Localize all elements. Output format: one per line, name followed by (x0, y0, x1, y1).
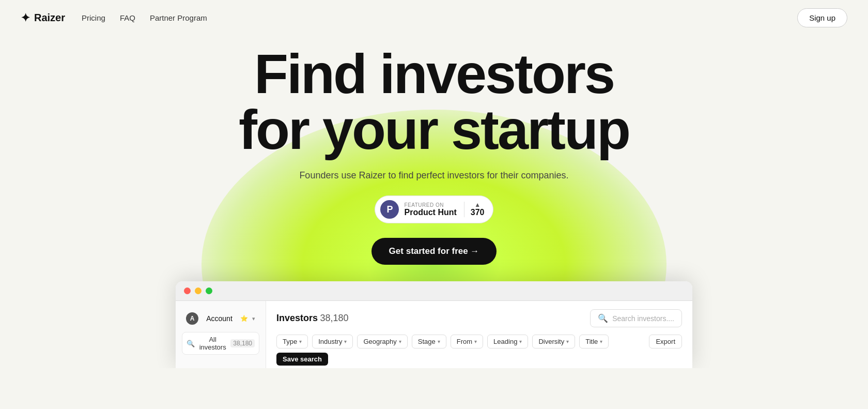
save-search-button[interactable]: Save search (276, 353, 328, 366)
hero-title-line1: Find investors (254, 42, 614, 105)
investor-count-badge: 38,180 (230, 339, 255, 347)
hero-section: Find investors for your startup Founders… (0, 36, 868, 368)
cta-button[interactable]: Get started for free → (371, 238, 497, 265)
nav-link-pricing[interactable]: Pricing (82, 13, 105, 22)
window-title-bar (176, 281, 692, 301)
product-hunt-text-group: FEATURED ON Product Hunt (404, 202, 456, 217)
filter-diversity[interactable]: Diversity ▾ (532, 335, 575, 349)
sidebar-item-all-investors[interactable]: 🔍 All investors 38,180 (182, 332, 259, 355)
chevron-down-icon: ▾ (519, 339, 522, 344)
app-preview-window: A Account ⭐ ▾ 🔍 All investors 38,180 Inv… (176, 281, 692, 368)
filter-geography[interactable]: Geography ▾ (357, 335, 407, 349)
search-investors-input: Search investors.... (612, 314, 674, 323)
avatar: A (186, 312, 198, 325)
app-main-content: Investors 38,180 🔍 Search investors.... … (266, 301, 692, 368)
investors-count: 38,180 (320, 313, 349, 323)
product-hunt-icon: P (380, 200, 399, 219)
chevron-down-icon: ▾ (344, 339, 347, 344)
search-investors-box[interactable]: 🔍 Search investors.... (590, 309, 682, 327)
search-icon: 🔍 (598, 313, 608, 323)
filter-stage[interactable]: Stage ▾ (412, 335, 446, 349)
account-label: Account (203, 314, 236, 323)
account-star-icon: ⭐ (240, 315, 248, 322)
investors-title: Investors (276, 313, 318, 323)
logo-text: Raizer (34, 12, 65, 24)
traffic-light-red (184, 287, 191, 294)
product-hunt-name: Product Hunt (404, 208, 456, 217)
app-content: A Account ⭐ ▾ 🔍 All investors 38,180 Inv… (176, 301, 692, 368)
nav-links: Pricing FAQ Partner Program (82, 13, 797, 22)
product-hunt-featured-label: FEATURED ON (404, 202, 443, 208)
chevron-down-icon: ▾ (438, 339, 440, 344)
filter-type[interactable]: Type ▾ (276, 335, 308, 349)
all-investors-label: All investors (199, 336, 226, 351)
upvote-triangle-icon: ▲ (474, 202, 481, 208)
filter-from[interactable]: From ▾ (451, 335, 483, 349)
navbar: ✦ Raizer Pricing FAQ Partner Program Sig… (0, 0, 868, 36)
traffic-light-yellow (195, 287, 202, 294)
filter-title[interactable]: Title ▾ (579, 335, 609, 349)
chevron-down-icon: ▾ (474, 339, 477, 344)
upvote-count: 370 (471, 208, 485, 217)
chevron-down-icon: ▾ (399, 339, 401, 344)
filter-bar: Type ▾ Industry ▾ Geography ▾ Stage ▾ (276, 335, 682, 366)
account-chevron-icon: ▾ (252, 315, 255, 322)
export-button[interactable]: Export (649, 335, 682, 349)
investors-title-group: Investors 38,180 (276, 313, 349, 324)
nav-link-partner-program[interactable]: Partner Program (150, 13, 207, 22)
logo[interactable]: ✦ Raizer (21, 11, 65, 25)
filter-industry[interactable]: Industry ▾ (312, 335, 353, 349)
product-hunt-badge[interactable]: P FEATURED ON Product Hunt ▲ 370 (375, 195, 493, 223)
filter-leading[interactable]: Leading ▾ (487, 335, 528, 349)
product-hunt-upvote: ▲ 370 (464, 202, 485, 217)
hero-title: Find investors for your startup (21, 46, 847, 158)
chevron-down-icon: ▾ (600, 339, 602, 344)
chevron-down-icon: ▾ (299, 339, 302, 344)
hero-title-line2: for your startup (239, 98, 629, 161)
traffic-light-green (206, 287, 212, 294)
search-icon: 🔍 (187, 340, 195, 347)
hero-subtitle: Founders use Raizer to find perfect inve… (21, 170, 847, 181)
chevron-down-icon: ▾ (566, 339, 569, 344)
logo-star-icon: ✦ (21, 11, 30, 25)
signup-button[interactable]: Sign up (797, 8, 847, 27)
investors-header: Investors 38,180 🔍 Search investors.... (276, 309, 682, 327)
sidebar-account-item[interactable]: A Account ⭐ ▾ (182, 309, 259, 328)
app-sidebar: A Account ⭐ ▾ 🔍 All investors 38,180 (176, 301, 266, 368)
nav-link-faq[interactable]: FAQ (120, 13, 135, 22)
